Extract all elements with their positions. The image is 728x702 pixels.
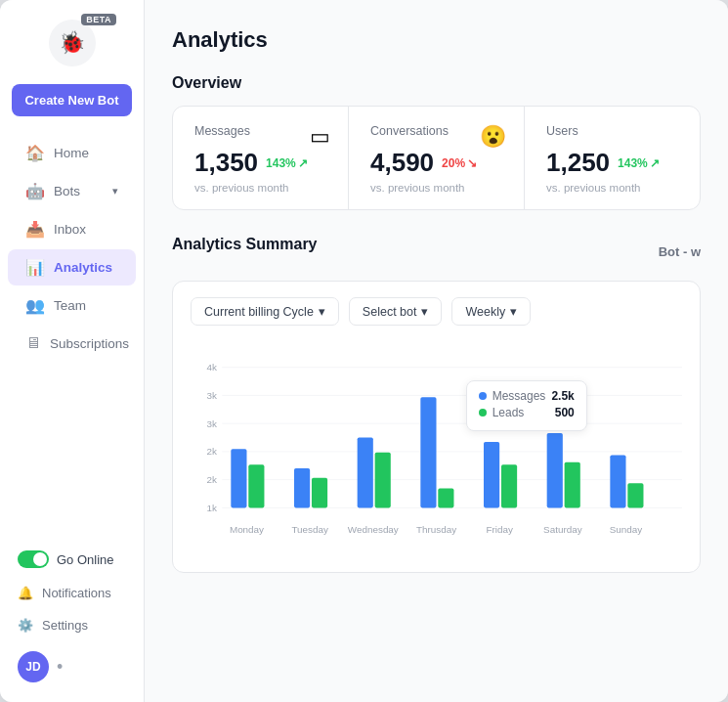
svg-rect-14	[294, 468, 310, 507]
svg-text:2k: 2k	[207, 446, 217, 457]
overview-cards: Messages ▭ 1,350 143% ↗ vs. previous mon…	[172, 106, 701, 210]
bot-label: Bot - w	[659, 244, 701, 259]
bar-chart: 4k 3k 3k 2k 2k 1k	[191, 343, 682, 558]
messages-sub: vs. previous month	[194, 182, 326, 194]
svg-text:4k: 4k	[207, 362, 217, 373]
chevron-down-icon: ▾	[112, 185, 118, 197]
svg-rect-25	[627, 483, 643, 507]
arrow-up-icon: ↗	[298, 156, 308, 170]
notifications-label: Notifications	[42, 586, 111, 600]
sidebar-item-bots-label: Bots	[54, 184, 80, 198]
user-avatar-row[interactable]: JD •	[8, 641, 136, 682]
page-title: Analytics	[172, 27, 701, 53]
svg-rect-21	[501, 464, 517, 507]
chevron-bot-icon: ▾	[421, 304, 428, 319]
svg-rect-22	[547, 433, 563, 507]
messages-card: Messages ▭ 1,350 143% ↗ vs. previous mon…	[173, 107, 349, 209]
conversations-value: 4,590 20% ↘	[370, 148, 502, 178]
svg-rect-17	[375, 453, 391, 508]
summary-header: Analytics Summary Bot - w	[172, 236, 701, 267]
logo-icon: 🐞	[49, 20, 96, 66]
chart-area: 4k 3k 3k 2k 2k 1k	[191, 343, 682, 558]
svg-rect-23	[565, 462, 580, 508]
messages-pct: 143% ↗	[266, 156, 308, 170]
sidebar-item-analytics[interactable]: 📊 Analytics	[8, 249, 136, 285]
sidebar-item-settings[interactable]: ⚙️ Settings	[8, 609, 136, 641]
sidebar-item-bots[interactable]: 🤖 Bots ▾	[8, 173, 136, 209]
sidebar-item-analytics-label: Analytics	[54, 260, 112, 275]
filter-row: Current billing Cycle ▾ Select bot ▾ Wee…	[191, 297, 682, 326]
svg-text:3k: 3k	[207, 418, 217, 429]
go-online-label: Go Online	[57, 552, 114, 567]
svg-text:3k: 3k	[207, 390, 217, 401]
select-bot-filter[interactable]: Select bot ▾	[349, 297, 443, 326]
arrow-up-icon-2: ↗	[650, 156, 660, 170]
sidebar-item-notifications[interactable]: 🔔 Notifications	[8, 577, 136, 609]
users-sub: vs. previous month	[546, 182, 678, 194]
sidebar-item-team-label: Team	[54, 298, 86, 313]
sidebar-item-inbox[interactable]: 📥 Inbox	[8, 211, 136, 247]
main-content: Analytics Overview Messages ▭ 1,350 143%…	[145, 0, 728, 702]
gear-icon: ⚙️	[18, 618, 33, 633]
analytics-icon: 📊	[25, 258, 45, 277]
avatar-initials: JD	[25, 660, 40, 674]
messages-value: 1,350 143% ↗	[194, 148, 326, 178]
arrow-down-icon: ↘	[467, 156, 477, 170]
team-icon: 👥	[25, 296, 45, 315]
bell-icon: 🔔	[18, 586, 33, 600]
sidebar-item-team[interactable]: 👥 Team	[8, 287, 136, 324]
svg-rect-15	[312, 478, 327, 508]
weekly-label: Weekly	[465, 305, 505, 319]
sidebar-item-home-label: Home	[54, 146, 89, 160]
create-new-bot-button[interactable]: Create New Bot	[12, 84, 132, 116]
conversations-card: Conversations 😮 4,590 20% ↘ vs. previous…	[349, 107, 525, 209]
summary-section: Analytics Summary Bot - w Current billin…	[172, 236, 701, 573]
home-icon: 🏠	[25, 144, 45, 162]
svg-rect-18	[420, 397, 436, 507]
weekly-filter[interactable]: Weekly ▾	[451, 297, 531, 326]
logo-area: BETA 🐞	[0, 20, 144, 66]
conversations-sub: vs. previous month	[370, 182, 502, 194]
summary-card: Current billing Cycle ▾ Select bot ▾ Wee…	[172, 281, 701, 573]
svg-text:1k: 1k	[207, 503, 217, 513]
beta-badge: BETA	[81, 14, 116, 25]
messages-label: Messages	[194, 124, 326, 138]
overview-title: Overview	[172, 74, 701, 92]
svg-text:Tuesday: Tuesday	[291, 524, 328, 535]
subscriptions-icon: 🖥	[25, 334, 41, 352]
select-bot-label: Select bot	[363, 305, 417, 319]
inbox-icon: 📥	[25, 220, 45, 239]
go-online-row[interactable]: Go Online	[8, 542, 136, 577]
svg-text:Thrusday: Thrusday	[416, 524, 456, 535]
summary-title: Analytics Summary	[172, 236, 318, 253]
go-online-toggle[interactable]	[18, 550, 49, 568]
conversations-pct: 20% ↘	[442, 156, 477, 170]
overview-section: Overview Messages ▭ 1,350 143% ↗	[172, 74, 701, 210]
users-label: Users	[546, 124, 678, 138]
chevron-weekly-icon: ▾	[510, 304, 517, 319]
svg-text:2k: 2k	[207, 474, 217, 485]
bots-icon: 🤖	[25, 182, 45, 200]
user-menu-icon[interactable]: •	[57, 657, 63, 678]
app-window: BETA 🐞 Create New Bot 🏠 Home 🤖 Bots ▾ 📥 …	[0, 0, 728, 702]
sidebar-item-subscriptions-label: Subscriptions	[50, 336, 129, 351]
svg-text:Wednesday: Wednesday	[348, 524, 399, 535]
users-pct: 143% ↗	[618, 156, 660, 170]
sidebar-item-subscriptions[interactable]: 🖥 Subscriptions	[8, 326, 136, 361]
avatar: JD	[18, 651, 49, 682]
svg-rect-13	[248, 464, 264, 507]
sidebar: BETA 🐞 Create New Bot 🏠 Home 🤖 Bots ▾ 📥 …	[0, 0, 145, 702]
sidebar-bottom: Go Online 🔔 Notifications ⚙️ Settings JD…	[0, 542, 144, 690]
conversations-card-icon: 😮	[480, 124, 506, 150]
billing-cycle-label: Current billing Cycle	[204, 305, 314, 319]
billing-cycle-filter[interactable]: Current billing Cycle ▾	[191, 297, 339, 326]
svg-rect-24	[610, 455, 625, 507]
svg-rect-12	[231, 449, 246, 507]
users-card: Users 1,250 143% ↗ vs. previous month	[525, 107, 700, 209]
svg-text:Monday: Monday	[230, 524, 264, 535]
messages-card-icon: ▭	[310, 124, 330, 150]
sidebar-item-inbox-label: Inbox	[54, 222, 86, 237]
chevron-billing-icon: ▾	[319, 304, 325, 319]
sidebar-item-home[interactable]: 🏠 Home	[8, 135, 136, 171]
settings-label: Settings	[42, 618, 88, 633]
